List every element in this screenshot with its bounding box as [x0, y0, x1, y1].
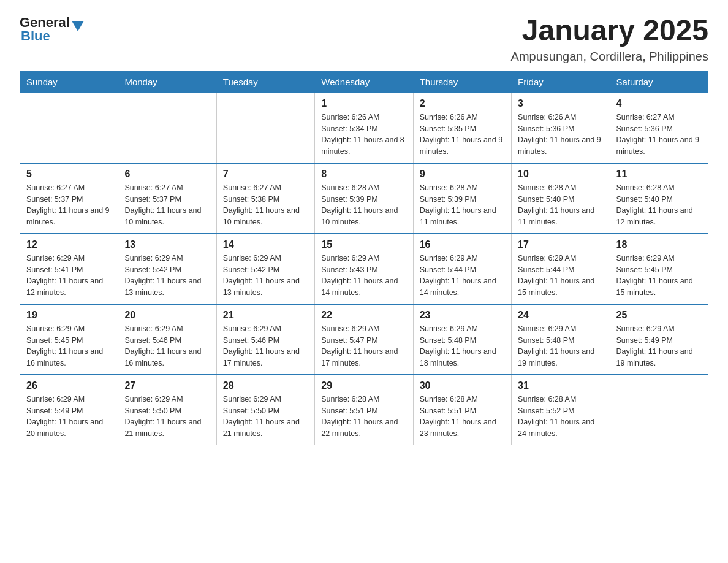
day-info: Sunrise: 6:29 AM Sunset: 5:50 PM Dayligh… — [124, 394, 210, 440]
day-info: Sunrise: 6:29 AM Sunset: 5:44 PM Dayligh… — [420, 253, 505, 299]
day-info: Sunrise: 6:27 AM Sunset: 5:38 PM Dayligh… — [223, 182, 308, 228]
day-info: Sunrise: 6:28 AM Sunset: 5:51 PM Dayligh… — [420, 394, 505, 440]
day-number: 10 — [518, 169, 603, 180]
calendar-cell: 29Sunrise: 6:28 AM Sunset: 5:51 PM Dayli… — [315, 375, 413, 445]
calendar-cell: 12Sunrise: 6:29 AM Sunset: 5:41 PM Dayli… — [20, 234, 118, 304]
weekday-header-thursday: Thursday — [413, 71, 511, 93]
day-info: Sunrise: 6:28 AM Sunset: 5:52 PM Dayligh… — [518, 394, 603, 440]
weekday-header-wednesday: Wednesday — [315, 71, 413, 93]
calendar-cell: 23Sunrise: 6:29 AM Sunset: 5:48 PM Dayli… — [413, 304, 511, 375]
day-info: Sunrise: 6:29 AM Sunset: 5:49 PM Dayligh… — [616, 323, 702, 369]
day-info: Sunrise: 6:29 AM Sunset: 5:45 PM Dayligh… — [616, 253, 702, 299]
day-number: 11 — [616, 169, 702, 180]
calendar-cell: 27Sunrise: 6:29 AM Sunset: 5:50 PM Dayli… — [118, 375, 216, 445]
day-info: Sunrise: 6:29 AM Sunset: 5:42 PM Dayligh… — [124, 253, 210, 299]
calendar-cell: 30Sunrise: 6:28 AM Sunset: 5:51 PM Dayli… — [413, 375, 511, 445]
calendar-header-row: SundayMondayTuesdayWednesdayThursdayFrid… — [20, 71, 708, 93]
day-number: 3 — [518, 98, 603, 109]
day-info: Sunrise: 6:29 AM Sunset: 5:46 PM Dayligh… — [124, 323, 210, 369]
day-info: Sunrise: 6:27 AM Sunset: 5:37 PM Dayligh… — [124, 182, 210, 228]
weekday-header-monday: Monday — [118, 71, 216, 93]
calendar-cell: 1Sunrise: 6:26 AM Sunset: 5:34 PM Daylig… — [315, 93, 413, 163]
day-info: Sunrise: 6:29 AM Sunset: 5:48 PM Dayligh… — [518, 323, 603, 369]
calendar-cell — [216, 93, 314, 163]
calendar-cell: 20Sunrise: 6:29 AM Sunset: 5:46 PM Dayli… — [118, 304, 216, 375]
day-info: Sunrise: 6:28 AM Sunset: 5:51 PM Dayligh… — [321, 394, 406, 440]
calendar-cell: 19Sunrise: 6:29 AM Sunset: 5:45 PM Dayli… — [20, 304, 118, 375]
day-info: Sunrise: 6:29 AM Sunset: 5:47 PM Dayligh… — [321, 323, 406, 369]
day-number: 16 — [420, 239, 505, 250]
calendar-cell: 14Sunrise: 6:29 AM Sunset: 5:42 PM Dayli… — [216, 234, 314, 304]
calendar-week-5: 26Sunrise: 6:29 AM Sunset: 5:49 PM Dayli… — [20, 375, 708, 445]
calendar-cell: 22Sunrise: 6:29 AM Sunset: 5:47 PM Dayli… — [315, 304, 413, 375]
day-info: Sunrise: 6:29 AM Sunset: 5:43 PM Dayligh… — [321, 253, 406, 299]
day-info: Sunrise: 6:27 AM Sunset: 5:37 PM Dayligh… — [26, 182, 112, 228]
calendar-cell — [610, 375, 708, 445]
calendar-cell: 5Sunrise: 6:27 AM Sunset: 5:37 PM Daylig… — [20, 163, 118, 234]
day-number: 1 — [321, 98, 406, 109]
day-number: 12 — [26, 239, 112, 250]
day-number: 15 — [321, 239, 406, 250]
day-number: 2 — [420, 98, 505, 109]
day-number: 20 — [124, 310, 210, 321]
day-number: 31 — [518, 380, 603, 391]
calendar-cell: 3Sunrise: 6:26 AM Sunset: 5:36 PM Daylig… — [512, 93, 610, 163]
day-number: 19 — [26, 310, 112, 321]
calendar-cell: 7Sunrise: 6:27 AM Sunset: 5:38 PM Daylig… — [216, 163, 314, 234]
day-number: 8 — [321, 169, 406, 180]
calendar-cell: 13Sunrise: 6:29 AM Sunset: 5:42 PM Dayli… — [118, 234, 216, 304]
calendar-cell: 2Sunrise: 6:26 AM Sunset: 5:35 PM Daylig… — [413, 93, 511, 163]
title-block: January 2025 Ampusungan, Cordillera, Phi… — [511, 15, 708, 64]
calendar-week-3: 12Sunrise: 6:29 AM Sunset: 5:41 PM Dayli… — [20, 234, 708, 304]
calendar-cell: 6Sunrise: 6:27 AM Sunset: 5:37 PM Daylig… — [118, 163, 216, 234]
weekday-header-sunday: Sunday — [20, 71, 118, 93]
day-info: Sunrise: 6:29 AM Sunset: 5:46 PM Dayligh… — [223, 323, 308, 369]
day-number: 25 — [616, 310, 702, 321]
calendar-cell: 10Sunrise: 6:28 AM Sunset: 5:40 PM Dayli… — [512, 163, 610, 234]
page-header: General Blue January 2025 Ampusungan, Co… — [20, 15, 708, 64]
day-number: 22 — [321, 310, 406, 321]
day-info: Sunrise: 6:29 AM Sunset: 5:50 PM Dayligh… — [223, 394, 308, 440]
day-number: 28 — [223, 380, 308, 391]
day-number: 4 — [616, 98, 702, 109]
day-number: 23 — [420, 310, 505, 321]
calendar-title: January 2025 — [511, 15, 708, 47]
calendar-week-2: 5Sunrise: 6:27 AM Sunset: 5:37 PM Daylig… — [20, 163, 708, 234]
calendar-cell: 17Sunrise: 6:29 AM Sunset: 5:44 PM Dayli… — [512, 234, 610, 304]
calendar-cell — [118, 93, 216, 163]
day-number: 5 — [26, 169, 112, 180]
calendar-week-1: 1Sunrise: 6:26 AM Sunset: 5:34 PM Daylig… — [20, 93, 708, 163]
calendar-cell: 11Sunrise: 6:28 AM Sunset: 5:40 PM Dayli… — [610, 163, 708, 234]
day-info: Sunrise: 6:27 AM Sunset: 5:36 PM Dayligh… — [616, 112, 702, 158]
day-number: 14 — [223, 239, 308, 250]
calendar-cell: 28Sunrise: 6:29 AM Sunset: 5:50 PM Dayli… — [216, 375, 314, 445]
day-number: 27 — [124, 380, 210, 391]
calendar-table: SundayMondayTuesdayWednesdayThursdayFrid… — [20, 71, 708, 445]
weekday-header-tuesday: Tuesday — [216, 71, 314, 93]
day-number: 18 — [616, 239, 702, 250]
day-number: 24 — [518, 310, 603, 321]
weekday-header-friday: Friday — [512, 71, 610, 93]
day-number: 7 — [223, 169, 308, 180]
day-info: Sunrise: 6:29 AM Sunset: 5:41 PM Dayligh… — [26, 253, 112, 299]
day-number: 6 — [124, 169, 210, 180]
day-number: 29 — [321, 380, 406, 391]
day-info: Sunrise: 6:29 AM Sunset: 5:48 PM Dayligh… — [420, 323, 505, 369]
day-info: Sunrise: 6:28 AM Sunset: 5:40 PM Dayligh… — [616, 182, 702, 228]
day-info: Sunrise: 6:29 AM Sunset: 5:45 PM Dayligh… — [26, 323, 112, 369]
day-info: Sunrise: 6:26 AM Sunset: 5:34 PM Dayligh… — [321, 112, 406, 158]
calendar-cell: 16Sunrise: 6:29 AM Sunset: 5:44 PM Dayli… — [413, 234, 511, 304]
calendar-subtitle: Ampusungan, Cordillera, Philippines — [511, 50, 708, 64]
day-number: 9 — [420, 169, 505, 180]
calendar-cell: 9Sunrise: 6:28 AM Sunset: 5:39 PM Daylig… — [413, 163, 511, 234]
day-info: Sunrise: 6:29 AM Sunset: 5:44 PM Dayligh… — [518, 253, 603, 299]
day-info: Sunrise: 6:28 AM Sunset: 5:39 PM Dayligh… — [321, 182, 406, 228]
weekday-header-saturday: Saturday — [610, 71, 708, 93]
day-number: 17 — [518, 239, 603, 250]
calendar-week-4: 19Sunrise: 6:29 AM Sunset: 5:45 PM Dayli… — [20, 304, 708, 375]
calendar-cell: 21Sunrise: 6:29 AM Sunset: 5:46 PM Dayli… — [216, 304, 314, 375]
day-info: Sunrise: 6:28 AM Sunset: 5:39 PM Dayligh… — [420, 182, 505, 228]
logo-blue-text: Blue — [21, 28, 50, 44]
calendar-cell — [20, 93, 118, 163]
day-number: 30 — [420, 380, 505, 391]
